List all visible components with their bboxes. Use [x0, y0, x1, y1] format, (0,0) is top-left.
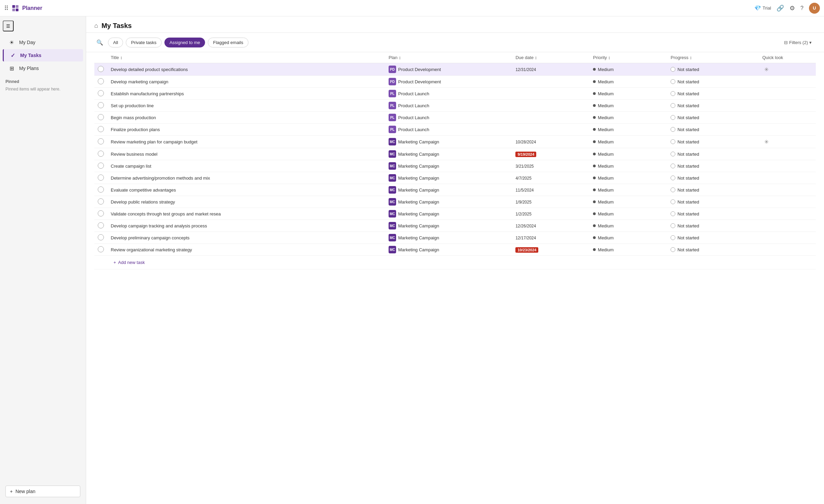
more-icon[interactable]: ⋯ [186, 198, 193, 205]
settings-button[interactable]: ⚙ [789, 4, 795, 12]
share-button[interactable]: 🔗 [776, 4, 784, 12]
task-checkbox-cell [94, 220, 107, 232]
info-icon[interactable]: ℹ [213, 174, 219, 181]
task-checkbox[interactable] [98, 234, 104, 240]
info-icon[interactable]: ℹ [200, 138, 207, 145]
task-title[interactable]: Determine advertising/promotion methods … [111, 176, 210, 181]
info-icon[interactable]: ℹ [190, 66, 197, 73]
help-button[interactable]: ? [800, 5, 803, 11]
task-checkbox[interactable] [98, 163, 104, 169]
due-date: 9/19/2024 [515, 152, 536, 157]
header-progress[interactable]: Progress ↕ [667, 52, 759, 63]
header-due-date[interactable]: Due date ↕ [512, 52, 590, 63]
more-icon[interactable]: ⋯ [203, 246, 210, 253]
info-icon[interactable]: ℹ [178, 198, 185, 205]
task-checkbox[interactable] [98, 138, 104, 144]
task-progress-cell: Not started [667, 148, 759, 160]
header-plan[interactable]: Plan ↕ [385, 52, 512, 63]
task-priority-cell: Medium [590, 244, 667, 256]
task-title[interactable]: Develop preliminary campaign concepts [111, 235, 190, 240]
info-icon[interactable]: ℹ [195, 246, 202, 253]
task-checkbox[interactable] [98, 90, 104, 96]
task-title[interactable]: Establish manufacturing partnerships [111, 91, 184, 96]
more-icon[interactable]: ⋯ [195, 90, 202, 97]
avatar[interactable]: U [809, 3, 820, 14]
task-title[interactable]: Evaluate competitive advantages [111, 187, 176, 193]
info-icon[interactable]: ℹ [157, 102, 163, 109]
more-icon[interactable]: ⋯ [179, 78, 186, 85]
info-icon[interactable]: ℹ [159, 114, 165, 121]
filters-button[interactable]: ⊟ Filters (2) ▾ [780, 38, 816, 47]
quick-look-button[interactable]: ✳ [762, 138, 770, 146]
task-checkbox[interactable] [98, 151, 104, 157]
trial-button[interactable]: 💎 Trial [754, 5, 771, 11]
header-title[interactable]: Title ↕ [107, 52, 385, 63]
task-title[interactable]: Review business model [111, 152, 158, 157]
more-icon[interactable]: ⋯ [167, 114, 174, 121]
info-icon[interactable]: ℹ [192, 234, 199, 241]
task-checkbox[interactable] [98, 222, 104, 228]
info-icon[interactable]: ℹ [154, 163, 161, 169]
task-title[interactable]: Develop campaign tracking and analysis p… [111, 223, 207, 228]
task-due-cell [512, 76, 590, 88]
more-icon[interactable]: ⋯ [162, 163, 169, 169]
info-icon[interactable]: ℹ [224, 210, 230, 217]
tab-all[interactable]: All [108, 38, 123, 47]
more-icon[interactable]: ⋯ [218, 222, 225, 229]
info-icon[interactable]: ℹ [179, 186, 186, 193]
add-task-button[interactable]: + Add new task [111, 258, 148, 266]
tab-assigned-to-me[interactable]: Assigned to me [164, 38, 205, 47]
more-icon[interactable]: ⋯ [187, 186, 194, 193]
task-checkbox[interactable] [98, 210, 104, 216]
more-icon[interactable]: ⋯ [171, 126, 178, 133]
more-icon[interactable]: ⋯ [232, 210, 239, 217]
priority-label: Medium [598, 67, 613, 72]
task-title[interactable]: Validate concepts through test groups an… [111, 211, 221, 216]
table-row: Develop preliminary campaign concepts ℹ … [94, 232, 816, 244]
task-checkbox[interactable] [98, 126, 104, 132]
task-title[interactable]: Set up production line [111, 103, 154, 108]
task-quicklook-cell [759, 88, 816, 100]
quick-look-button[interactable]: ✳ [762, 65, 770, 73]
sidebar-collapse-button[interactable]: ☰ [3, 20, 14, 31]
search-button[interactable]: 🔍 [94, 37, 105, 48]
info-icon[interactable]: ℹ [163, 126, 170, 133]
task-title[interactable]: Develop public relations strategy [111, 199, 175, 205]
info-icon[interactable]: ℹ [187, 90, 193, 97]
more-icon[interactable]: ⋯ [208, 138, 215, 145]
sidebar-item-my-tasks[interactable]: ✓ My Tasks [3, 49, 83, 61]
more-icon[interactable]: ⋯ [165, 102, 172, 109]
task-title[interactable]: Finalize production plans [111, 127, 160, 132]
task-checkbox[interactable] [98, 114, 104, 120]
task-title[interactable]: Begin mass production [111, 115, 156, 120]
task-checkbox[interactable] [98, 174, 104, 181]
more-icon[interactable]: ⋯ [221, 174, 228, 181]
info-icon[interactable]: ℹ [160, 151, 167, 157]
task-checkbox[interactable] [98, 186, 104, 193]
task-title[interactable]: Develop marketing campaign [111, 79, 168, 84]
header-priority[interactable]: Priority ↕ [590, 52, 667, 63]
task-title[interactable]: Develop detailed product specifications [111, 67, 188, 72]
waffle-icon-button[interactable]: ⠿ [4, 4, 9, 12]
new-plan-button[interactable]: + New plan [5, 486, 80, 497]
more-icon[interactable]: ⋯ [199, 66, 205, 73]
task-checkbox[interactable] [98, 66, 104, 72]
task-checkbox[interactable] [98, 246, 104, 252]
task-title[interactable]: Review organizational marketing strategy [111, 247, 192, 252]
task-title[interactable]: Create campaign list [111, 164, 151, 169]
info-icon[interactable]: ℹ [210, 222, 217, 229]
task-checkbox[interactable] [98, 102, 104, 108]
sidebar-item-my-day[interactable]: ☀ My Day [3, 36, 83, 48]
task-title-cell: Validate concepts through test groups an… [107, 208, 385, 220]
info-icon[interactable]: ℹ [171, 78, 178, 85]
priority-label: Medium [598, 235, 613, 240]
task-title[interactable]: Review marketing plan for campaign budge… [111, 139, 198, 144]
plan-icon: MC [389, 174, 396, 182]
task-checkbox[interactable] [98, 198, 104, 205]
sidebar-item-my-plans[interactable]: ⊞ My Plans [3, 62, 83, 74]
tab-private-tasks[interactable]: Private tasks [126, 38, 161, 47]
tab-flagged-emails[interactable]: Flagged emails [208, 38, 248, 47]
more-icon[interactable]: ⋯ [168, 151, 175, 157]
more-icon[interactable]: ⋯ [201, 234, 207, 241]
task-checkbox[interactable] [98, 78, 104, 84]
